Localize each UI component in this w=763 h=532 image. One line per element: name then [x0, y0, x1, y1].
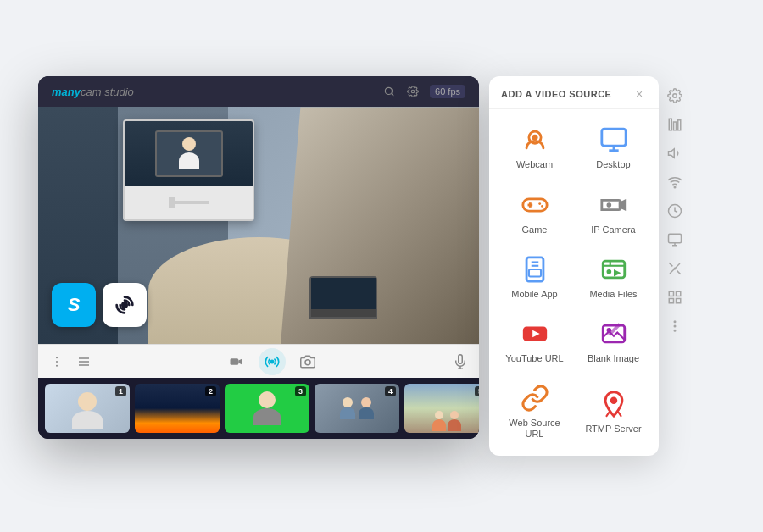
preset-badge-3: 3 [295, 386, 306, 396]
sidebar-bars-icon[interactable] [662, 112, 688, 137]
svg-point-38 [673, 94, 677, 98]
desktop-label: Desktop [596, 159, 630, 170]
webcam-label: Webcam [516, 159, 553, 170]
broadcast-icon[interactable] [103, 283, 147, 327]
right-sidebar [659, 76, 691, 346]
preset-2[interactable]: 2 [135, 384, 220, 433]
svg-rect-52 [669, 299, 673, 303]
rtmp-icon [599, 389, 629, 419]
svg-point-4 [56, 357, 58, 358]
sidebar-gear-icon[interactable] [662, 83, 688, 108]
app-title: manycam studio [52, 86, 134, 98]
manycam-window: manycam studio 60 fps [38, 76, 479, 439]
blank-label: Blank Image [588, 353, 639, 364]
search-icon[interactable] [382, 85, 396, 98]
source-mediafiles[interactable]: Media Files [575, 246, 652, 308]
app-overlays: S [52, 283, 147, 327]
panel-close-button[interactable]: × [632, 86, 647, 102]
svg-point-43 [674, 187, 676, 189]
preset-5[interactable]: 5 [404, 384, 479, 433]
camera-icon[interactable] [299, 353, 316, 370]
source-rtmp[interactable]: RTMP Server [575, 374, 652, 448]
video-source-panel: ADD A VIDEO SOURCE × Webcam [489, 76, 659, 455]
websource-icon [520, 383, 550, 413]
more-vert-icon[interactable] [48, 353, 65, 370]
source-mobileapp[interactable]: Mobile App [496, 246, 573, 308]
svg-rect-10 [231, 358, 239, 365]
svg-rect-30 [528, 269, 540, 277]
blank-icon [599, 319, 629, 349]
svg-rect-17 [601, 130, 625, 147]
mobileapp-label: Mobile App [511, 289, 557, 300]
preset-1[interactable]: 1 [45, 384, 130, 433]
videocam-icon[interactable] [228, 353, 245, 370]
broadcast-active-icon[interactable] [259, 348, 286, 375]
svg-point-12 [305, 360, 310, 365]
rtmp-label: RTMP Server [585, 424, 641, 435]
svg-point-3 [121, 302, 128, 308]
preset-4[interactable]: 4 [315, 384, 399, 433]
youtube-icon [520, 319, 550, 349]
svg-point-37 [610, 396, 617, 404]
svg-point-6 [56, 365, 58, 367]
sidebar-grid-icon[interactable] [662, 285, 688, 310]
preset-badge-2: 2 [205, 386, 216, 396]
svg-rect-51 [677, 292, 681, 296]
svg-rect-39 [669, 119, 671, 131]
svg-point-0 [385, 88, 392, 95]
game-icon [520, 190, 550, 220]
mediafiles-icon [599, 254, 629, 285]
source-websource[interactable]: Web Source URL [496, 374, 573, 448]
game-label: Game [522, 224, 548, 236]
youtube-label: YouTube URL [505, 353, 563, 364]
sidebar-wifi-icon[interactable] [662, 169, 688, 195]
source-grid: Webcam Desktop [489, 109, 659, 455]
skype-icon[interactable]: S [52, 283, 96, 327]
sidebar-clock-icon[interactable] [662, 198, 688, 224]
video-area: S [38, 107, 479, 344]
sidebar-wand-icon[interactable] [662, 256, 688, 281]
svg-point-32 [606, 269, 611, 274]
bottom-toolbar [38, 344, 479, 378]
svg-marker-42 [669, 149, 675, 158]
svg-point-49 [674, 269, 676, 270]
window-titlebar: manycam studio 60 fps [38, 76, 479, 107]
source-desktop[interactable]: Desktop [575, 116, 652, 179]
settings-icon[interactable] [406, 85, 420, 98]
ipcamera-icon [599, 190, 629, 220]
source-ipcamera[interactable]: IP Camera [575, 181, 652, 244]
svg-point-55 [674, 321, 676, 323]
svg-rect-41 [678, 120, 681, 130]
ipcamera-label: IP Camera [591, 224, 635, 236]
panel-header: ADD A VIDEO SOURCE × [489, 76, 659, 109]
svg-point-24 [541, 205, 543, 208]
svg-rect-40 [674, 122, 677, 130]
preset-badge-4: 4 [385, 386, 396, 396]
fps-badge: 60 fps [430, 85, 465, 98]
mediafiles-label: Media Files [589, 289, 637, 300]
svg-rect-20 [522, 199, 546, 211]
websource-label: Web Source URL [501, 418, 568, 440]
sidebar-monitor-icon[interactable] [662, 227, 688, 252]
source-webcam[interactable]: Webcam [496, 116, 573, 179]
list-icon[interactable] [75, 353, 92, 370]
svg-point-23 [538, 202, 541, 205]
preset-3[interactable]: 3 [225, 384, 309, 433]
svg-point-54 [674, 326, 676, 328]
source-blank[interactable]: Blank Image [575, 310, 652, 373]
svg-line-1 [392, 94, 394, 97]
sidebar-settings2-icon[interactable] [662, 313, 688, 339]
titlebar-controls: 60 fps [382, 85, 465, 98]
preset-strip: 1 2 3 [38, 378, 479, 439]
webcam-icon [520, 125, 550, 155]
mic-icon[interactable] [452, 353, 469, 370]
source-game[interactable]: Game [496, 181, 573, 244]
main-container: manycam studio 60 fps [38, 76, 691, 455]
panel-title: ADD A VIDEO SOURCE [501, 89, 611, 99]
sidebar-volume-icon[interactable] [662, 141, 688, 166]
svg-point-56 [674, 330, 676, 332]
source-youtube[interactable]: YouTube URL [496, 310, 573, 373]
mobileapp-icon [520, 254, 550, 285]
desktop-icon [599, 125, 629, 155]
svg-point-11 [270, 359, 275, 363]
